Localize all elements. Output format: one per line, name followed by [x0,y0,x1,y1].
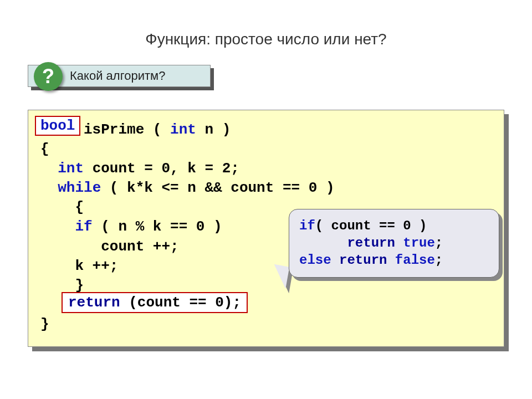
t [387,253,395,268]
callout-face: if( count == 0 ) return true; else retur… [289,209,499,278]
t [331,253,339,268]
t: count = 0, k = 2; [84,160,239,177]
t: ( count == 0 ) [315,218,427,233]
t: { [40,141,49,157]
kw-int: int [170,121,196,138]
kw-else: else [299,253,331,268]
t: n ) [196,121,231,138]
t: ( k*k <= n && count == 0 ) [101,180,334,196]
t: ; [435,253,443,268]
kw-return: return [339,253,387,268]
kw-if: if [75,218,92,235]
page-title: Функция: простое число или нет? [28,30,504,48]
t: ( n % k == 0 ) [93,218,222,235]
code-box: isPrime ( int n ) { int count = 0, k = 2… [28,110,504,347]
t: ; [435,236,443,250]
question-icon: ? [34,62,63,91]
kw-false: false [395,253,435,268]
t [40,160,58,177]
code-face: isPrime ( int n ) { int count = 0, k = 2… [28,110,504,347]
kw-return: return [347,236,395,250]
t: (count == 0); [120,294,241,311]
bool-box: bool [35,116,80,136]
t [40,218,75,235]
kw-while: while [58,180,101,196]
t: { [40,199,84,216]
t [395,236,403,250]
t: } [40,316,49,332]
slide: Функция: простое число или нет? ? Какой … [0,0,532,399]
return-box: return (count == 0); [62,292,248,313]
t [40,180,58,196]
t [299,236,347,250]
callout: if( count == 0 ) return true; else retur… [289,209,499,278]
kw-int: int [58,160,84,177]
kw-return: return [68,294,120,311]
kw-true: true [403,236,435,250]
t: k ++; [40,258,118,274]
question-bar: ? Какой алгоритм? [28,65,216,90]
callout-code: if( count == 0 ) return true; else retur… [299,217,489,269]
t: count ++; [40,238,179,255]
question-text: Какой алгоритм? [70,69,165,83]
t: } [40,277,84,294]
kw-if: if [299,218,315,233]
bar-face: ? Какой алгоритм? [28,65,211,87]
